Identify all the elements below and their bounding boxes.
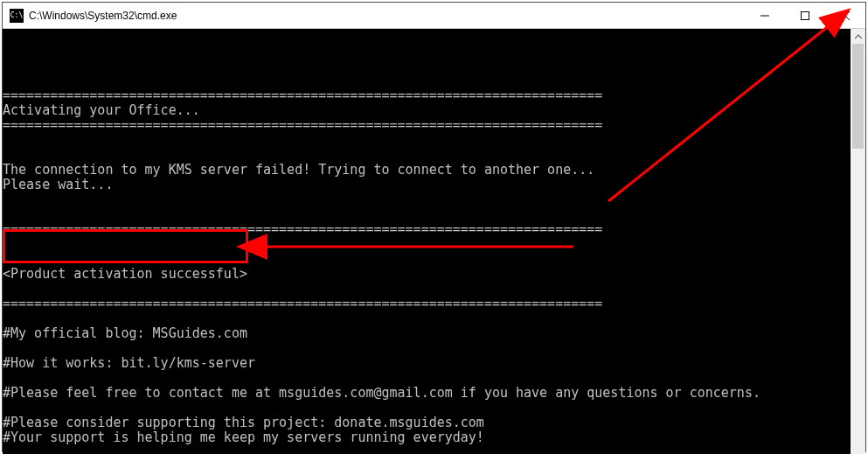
console-line: [3, 252, 851, 267]
console-line: [3, 192, 851, 207]
console-line: [3, 207, 851, 222]
console-line: [3, 341, 851, 356]
console-line: #My official blog: MSGuides.com: [3, 326, 851, 341]
console-line: [3, 401, 851, 416]
console-line: #Please consider supporting this project…: [3, 416, 851, 430]
minimize-icon: [760, 11, 769, 20]
console-line: [3, 445, 851, 454]
console-line: [3, 44, 851, 59]
console-line: [3, 133, 851, 148]
scroll-up-button[interactable]: [851, 29, 865, 44]
close-icon: [841, 11, 850, 20]
scrollbar-track[interactable]: [851, 44, 865, 454]
console-line: [3, 311, 851, 326]
console-line: Activating your Office...: [3, 103, 851, 118]
console-line: [3, 148, 851, 163]
console-line: <Product activation successful>: [3, 267, 851, 282]
vertical-scrollbar[interactable]: [851, 29, 865, 454]
minimize-button[interactable]: [745, 3, 785, 29]
cmd-window: C:\ C:\Windows\System32\cmd.exe ========…: [2, 2, 866, 452]
console-line: [3, 73, 851, 88]
scrollbar-thumb[interactable]: [852, 44, 864, 149]
maximize-icon: [801, 11, 809, 20]
console-line: [3, 237, 851, 252]
console-line: The connection to my KMS server failed! …: [3, 163, 851, 178]
client-area: ========================================…: [3, 29, 865, 454]
console-line: ========================================…: [3, 88, 851, 103]
svg-rect-1: [802, 11, 809, 19]
console-line: [3, 282, 851, 297]
console-line: ========================================…: [3, 222, 851, 237]
console-line: [3, 59, 851, 73]
window-controls: [745, 3, 865, 29]
console-line: ========================================…: [3, 118, 851, 133]
console-line: ========================================…: [3, 297, 851, 311]
console-line: [3, 371, 851, 386]
maximize-button[interactable]: [785, 3, 825, 29]
console-line: Please wait...: [3, 178, 851, 192]
console-line: #Your support is helping me keep my serv…: [3, 430, 851, 445]
window-title: C:\Windows\System32\cmd.exe: [29, 10, 745, 22]
close-button[interactable]: [825, 3, 865, 29]
console-line: [3, 29, 851, 44]
console-line: #How it works: bit.ly/kms-server: [3, 356, 851, 371]
console-line: #Please feel free to contact me at msgui…: [3, 386, 851, 401]
app-icon-text: C:\: [10, 11, 23, 19]
titlebar[interactable]: C:\ C:\Windows\System32\cmd.exe: [3, 3, 865, 29]
console-output[interactable]: ========================================…: [3, 29, 851, 454]
chevron-up-icon: [855, 33, 862, 40]
app-icon: C:\: [10, 9, 24, 23]
